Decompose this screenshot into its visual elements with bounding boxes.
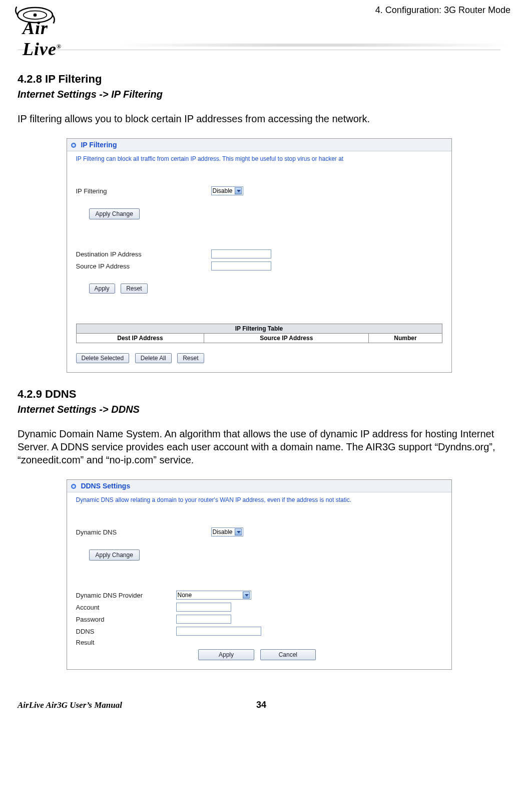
apply-change-button[interactable]: Apply Change: [89, 550, 140, 561]
col-dest: Dest IP Address: [76, 334, 204, 343]
label-provider: Dynamic DNS Provider: [76, 592, 176, 599]
panel-hint: IP Filtering can block all traffic from …: [67, 151, 451, 165]
row-password: Password: [76, 615, 442, 624]
footer-manual-title: AirLive Air3G User’s Manual: [18, 700, 122, 710]
src-ip-input[interactable]: [211, 261, 271, 270]
button-row: Apply Change: [89, 208, 442, 219]
section-heading-ddns: 4.2.9 DDNS: [18, 388, 500, 401]
panel-hint: Dynamic DNS allow relating a domain to y…: [67, 492, 451, 506]
section-body-ddns: Dynamic Domain Name System. An algorithm…: [18, 427, 500, 466]
page-number: 34: [256, 700, 266, 710]
row-result: Result: [76, 639, 442, 646]
row-dynamic-dns: Dynamic DNS Disable: [76, 527, 442, 536]
delete-selected-button[interactable]: Delete Selected: [76, 353, 130, 363]
apply-change-button[interactable]: Apply Change: [89, 208, 140, 219]
row-ddns: DDNS: [76, 627, 442, 636]
row-account: Account: [76, 603, 442, 612]
chapter-title: 4. Configuration: 3G Router Mode: [375, 5, 510, 16]
table-title: IP Filtering Table: [76, 324, 442, 334]
page: Air Live® 4. Configuration: 3G Router Mo…: [0, 0, 518, 725]
breadcrumb-ip: Internet Settings -> IP Filtering: [18, 89, 500, 100]
chevron-down-icon: [243, 592, 250, 599]
select-ip-filtering[interactable]: Disable: [211, 186, 243, 195]
label-account: Account: [76, 604, 176, 611]
panel-title: DDNS Settings: [67, 480, 451, 492]
col-src: Source IP Address: [204, 334, 369, 343]
label-result: Result: [76, 639, 176, 646]
panel-title-text: DDNS Settings: [81, 482, 130, 490]
reset-button[interactable]: Reset: [121, 284, 147, 294]
section-body-ip: IP filtering allows you to block certain…: [18, 112, 500, 125]
page-footer: AirLive Air3G User’s Manual 34: [18, 700, 500, 715]
button-row: Apply Change: [89, 550, 442, 561]
registered-icon: ®: [57, 43, 62, 50]
label-dest-ip: Destination IP Address: [76, 250, 191, 258]
logo: Air Live®: [13, 3, 58, 30]
svg-point-2: [34, 14, 37, 17]
content: 4.2.8 IP Filtering Internet Settings -> …: [18, 50, 500, 670]
ip-filtering-panel: IP Filtering IP Filtering can block all …: [67, 138, 452, 373]
label-ip-filtering: IP Filtering: [76, 187, 191, 195]
chevron-down-icon: [235, 187, 242, 194]
panel-body: Dynamic DNS Disable Apply Change Dynamic…: [67, 506, 451, 669]
label-dynamic-dns: Dynamic DNS: [76, 528, 191, 536]
breadcrumb-ddns: Internet Settings -> DDNS: [18, 404, 500, 415]
ddns-input[interactable]: [176, 627, 261, 636]
select-value: Disable: [213, 528, 233, 535]
password-input[interactable]: [176, 615, 231, 624]
account-input[interactable]: [176, 603, 231, 612]
logo-text: Air Live®: [23, 18, 62, 60]
logo-label: Air Live: [23, 18, 57, 59]
row-dest-ip: Destination IP Address: [76, 249, 442, 258]
label-ddns: DDNS: [76, 628, 176, 635]
page-header: Air Live® 4. Configuration: 3G Router Mo…: [18, 5, 500, 50]
button-row: Apply Reset: [89, 284, 442, 294]
panel-title: IP Filtering: [67, 139, 451, 151]
select-value: None: [178, 592, 192, 599]
col-num: Number: [369, 334, 442, 343]
row-provider: Dynamic DNS Provider None: [76, 591, 442, 600]
button-row: Apply Cancel: [76, 649, 442, 660]
ip-filtering-table: IP Filtering Table Dest IP Address Sourc…: [76, 324, 442, 343]
apply-button[interactable]: Apply: [198, 649, 254, 660]
row-ip-filtering: IP Filtering Disable: [76, 186, 442, 195]
select-dynamic-dns[interactable]: Disable: [211, 527, 243, 536]
ddns-panel: DDNS Settings Dynamic DNS allow relating…: [67, 479, 452, 670]
dest-ip-input[interactable]: [211, 249, 271, 258]
label-src-ip: Source IP Address: [76, 262, 191, 270]
select-provider[interactable]: None: [176, 591, 251, 600]
apply-button[interactable]: Apply: [89, 284, 115, 294]
delete-all-button[interactable]: Delete All: [135, 353, 172, 363]
select-value: Disable: [213, 187, 233, 194]
bullet-icon: [71, 143, 76, 148]
header-divider: [118, 44, 510, 47]
bullet-icon: [71, 484, 76, 489]
chevron-down-icon: [235, 528, 242, 535]
label-password: Password: [76, 616, 176, 623]
section-heading-ip: 4.2.8 IP Filtering: [18, 73, 500, 86]
cancel-button[interactable]: Cancel: [260, 649, 316, 660]
panel-title-text: IP Filtering: [81, 141, 117, 149]
row-src-ip: Source IP Address: [76, 261, 442, 270]
reset-button-2[interactable]: Reset: [177, 353, 204, 363]
panel-body: IP Filtering Disable Apply Change Destin…: [67, 165, 451, 372]
button-row: Delete Selected Delete All Reset: [76, 353, 442, 363]
